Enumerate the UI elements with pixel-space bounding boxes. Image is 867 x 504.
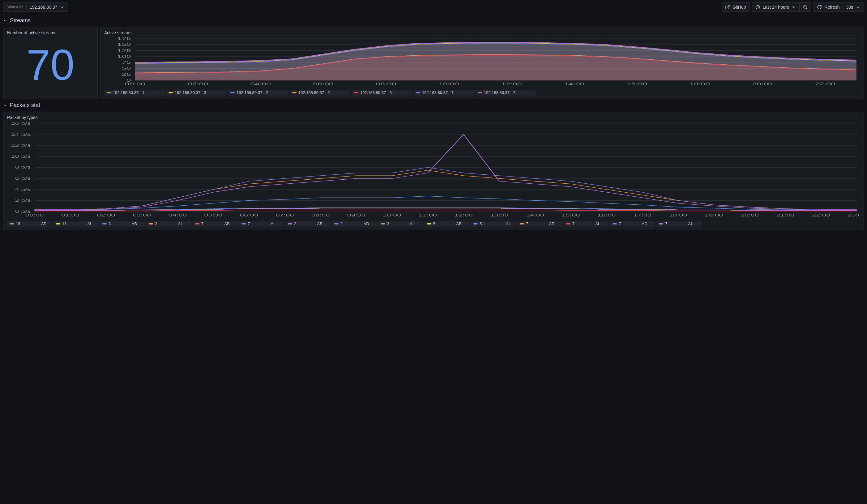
svg-text:00:00: 00:00 — [25, 213, 44, 217]
legend-item[interactable]: 7- AD — [610, 221, 655, 227]
svg-text:04:00: 04:00 — [169, 213, 187, 217]
legend-label: 3- AB — [108, 222, 137, 226]
legend-swatch — [107, 92, 111, 93]
svg-text:100: 100 — [117, 54, 131, 58]
svg-text:21:00: 21:00 — [776, 213, 794, 217]
svg-text:17:00: 17:00 — [633, 213, 652, 217]
legend-swatch — [416, 92, 420, 93]
legend-swatch — [334, 223, 339, 225]
legend-label: 192.168.80.37 - 3 — [175, 90, 206, 95]
svg-text:05:00: 05:00 — [204, 213, 222, 217]
svg-text:75: 75 — [122, 60, 131, 64]
svg-text:10:00: 10:00 — [438, 82, 459, 86]
legend-item[interactable]: 2- AB — [286, 221, 331, 227]
svg-text:12 p/s: 12 p/s — [11, 143, 31, 147]
svg-text:06:00: 06:00 — [240, 213, 258, 217]
refresh-label: Refresh — [824, 4, 839, 10]
svg-text:08:00: 08:00 — [376, 82, 396, 86]
legend-item[interactable]: 7- AL — [564, 221, 609, 227]
section-streams-header[interactable]: Streams — [3, 14, 864, 27]
time-range-picker[interactable]: Last 24 hours — [752, 2, 800, 12]
legend-swatch — [102, 223, 107, 225]
source-ip-picker[interactable]: Source IP — [3, 2, 26, 12]
svg-text:13:00: 13:00 — [490, 213, 508, 217]
time-range-label: Last 24 hours — [763, 4, 789, 10]
svg-text:16:00: 16:00 — [597, 213, 616, 217]
legend-item[interactable]: 192.168.80.37 - 1 — [104, 90, 165, 96]
source-ip-value: 192.168.80.37 — [30, 4, 57, 10]
svg-text:15:00: 15:00 — [562, 213, 580, 217]
svg-text:18:00: 18:00 — [689, 82, 710, 86]
svg-text:14 p/s: 14 p/s — [11, 132, 31, 136]
legend-label: 192.168.80.37 - 5 — [360, 90, 392, 95]
legend-label: 192.168.80.37 - 2 — [298, 90, 330, 95]
panel-active-streams-title: Active streams — [104, 30, 860, 35]
packet-types-chart[interactable]: 0 p/s2 p/s4 p/s6 p/s8 p/s10 p/s12 p/s14 … — [7, 122, 860, 218]
svg-text:10 p/s: 10 p/s — [11, 154, 31, 158]
chevron-down-icon — [856, 4, 860, 10]
legend-label: 2- AD — [340, 222, 369, 226]
svg-text:01:00: 01:00 — [61, 213, 79, 217]
legend-label: 2- AL — [387, 222, 415, 226]
legend-label: 7- AD — [526, 222, 555, 226]
legend-item[interactable]: 192.168.80.37 - 7 — [475, 90, 536, 96]
section-packets-header[interactable]: Packets stat — [3, 99, 864, 111]
legend-swatch — [231, 92, 235, 93]
legend-label: 192.168.80.37 - 1 — [113, 90, 144, 95]
refresh-button[interactable]: Refresh — [814, 2, 843, 12]
legend-item[interactable]: 192.168.80.37 - 2 — [290, 90, 350, 96]
svg-text:150: 150 — [117, 42, 131, 46]
active-streams-legend: 192.168.80.37 - 1192.168.80.37 - 3192.16… — [104, 90, 860, 96]
legend-item[interactable]: 192.168.80.37 - 5 — [352, 90, 412, 96]
svg-text:175: 175 — [117, 37, 131, 41]
toolbar: Source IP 192.168.80.37 GitHub Last 24 h… — [3, 2, 864, 12]
legend-label: 192.168.80.37 - 2 — [237, 90, 268, 95]
legend-swatch — [478, 92, 482, 93]
svg-text:00:00: 00:00 — [125, 82, 146, 86]
clock-icon — [756, 4, 760, 10]
zoom-out-icon — [803, 4, 807, 10]
legend-swatch — [659, 223, 663, 225]
legend-label: 7- AL — [665, 222, 693, 226]
svg-line-0 — [727, 5, 729, 8]
legend-label: 5- AB — [433, 222, 462, 226]
legend-item[interactable]: 5.1- AL — [471, 221, 516, 227]
legend-swatch — [520, 223, 524, 225]
chevron-down-icon — [3, 19, 8, 23]
panel-active-streams: Active streams 025507510012515017500:000… — [100, 27, 864, 99]
active-streams-chart[interactable]: 025507510012515017500:0002:0004:0006:000… — [104, 37, 860, 87]
svg-text:50: 50 — [122, 66, 131, 70]
svg-text:07:00: 07:00 — [276, 213, 294, 217]
legend-item[interactable]: 192.168.80.37 - 7 — [414, 90, 474, 96]
legend-item[interactable]: 7- AD — [517, 221, 563, 227]
legend-item[interactable]: 7- AL — [239, 221, 284, 227]
legend-swatch — [612, 223, 617, 225]
svg-text:22:00: 22:00 — [812, 213, 830, 217]
legend-swatch — [292, 92, 297, 93]
legend-item[interactable]: 7- AB — [193, 221, 238, 227]
github-link[interactable]: GitHub — [722, 2, 749, 12]
legend-item[interactable]: 2- AD — [332, 221, 377, 227]
refresh-interval-picker[interactable]: 30s — [843, 2, 864, 12]
legend-swatch — [381, 223, 385, 225]
svg-text:8 p/s: 8 p/s — [15, 165, 31, 170]
source-ip-value-picker[interactable]: 192.168.80.37 — [26, 2, 68, 12]
legend-label: 18- AL — [62, 222, 93, 226]
zoom-out-button[interactable] — [800, 2, 811, 12]
legend-item[interactable]: 5- AB — [425, 221, 470, 227]
legend-item[interactable]: 2- AL — [146, 221, 191, 227]
legend-item[interactable]: 18- AL — [53, 221, 99, 227]
num-streams-value: 70 — [7, 37, 94, 93]
legend-item[interactable]: 7- AL — [656, 221, 702, 227]
legend-item[interactable]: 18- AD — [7, 221, 52, 227]
panel-packet-types-title: Packet by types — [7, 115, 860, 120]
svg-text:16:00: 16:00 — [627, 82, 647, 86]
legend-item[interactable]: 192.168.80.37 - 3 — [166, 90, 227, 96]
svg-text:20:00: 20:00 — [752, 82, 773, 86]
svg-text:02:00: 02:00 — [188, 82, 208, 86]
chevron-down-icon — [791, 4, 796, 10]
legend-item[interactable]: 3- AB — [100, 221, 145, 227]
legend-item[interactable]: 192.168.80.37 - 2 — [228, 90, 289, 96]
legend-item[interactable]: 2- AL — [378, 221, 423, 227]
chevron-down-icon — [3, 103, 8, 108]
